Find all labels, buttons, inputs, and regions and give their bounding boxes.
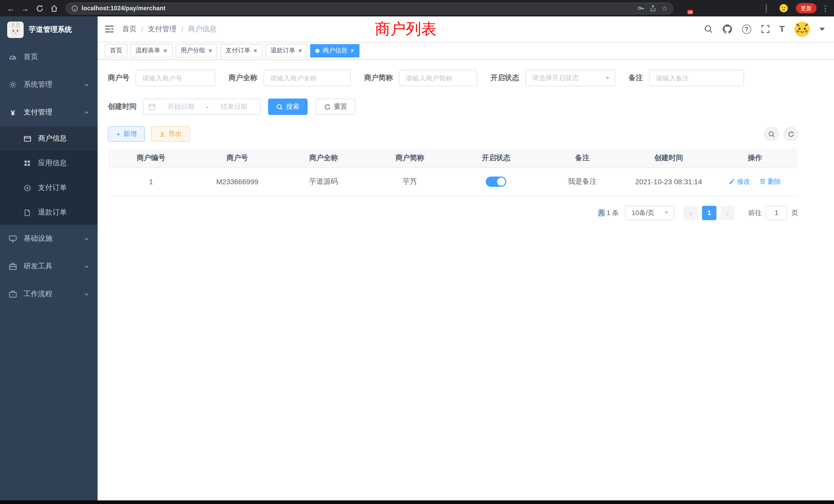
- tab-home[interactable]: 首页: [105, 44, 127, 57]
- status-select[interactable]: 请选择开启状态: [525, 70, 615, 86]
- col-merchant-id: 商户编号: [108, 149, 194, 167]
- next-page-button[interactable]: ›: [721, 206, 735, 220]
- close-icon[interactable]: ×: [351, 47, 354, 54]
- tab-pay-order[interactable]: 支付订单 ×: [220, 44, 262, 57]
- github-icon[interactable]: [722, 24, 732, 34]
- address-bar[interactable]: localhost:1024/pay/merchant ☆: [66, 2, 673, 14]
- date-range-picker[interactable]: 开始日期 - 结束日期: [143, 98, 261, 115]
- filter-label: 备注: [629, 73, 643, 83]
- reload-icon[interactable]: [34, 3, 45, 14]
- extension-green-square-icon[interactable]: [752, 4, 760, 12]
- close-icon[interactable]: ×: [299, 47, 302, 54]
- tab-process-form[interactable]: 流程表单 ×: [130, 44, 172, 57]
- forward-icon[interactable]: →: [20, 3, 31, 14]
- breadcrumb-pay-management[interactable]: 支付管理: [148, 24, 177, 33]
- close-icon[interactable]: ×: [163, 47, 167, 54]
- filter-remark: 备注: [629, 70, 744, 86]
- delete-button[interactable]: 删除: [760, 177, 781, 186]
- sidebar-item-pay-order[interactable]: 支付订单: [0, 176, 97, 200]
- refresh-table-icon[interactable]: [784, 127, 798, 141]
- pagination-goto: 前往 页: [748, 206, 798, 220]
- tab-label: 退款订单: [271, 46, 295, 55]
- url-text[interactable]: localhost:1024/pay/merchant: [82, 5, 166, 11]
- table-tools: [764, 127, 798, 141]
- filter-status: 开启状态 请选择开启状态: [490, 70, 615, 86]
- user-avatar[interactable]: [794, 21, 810, 37]
- grid-icon: [23, 160, 32, 167]
- extension-dark-icon[interactable]: [766, 4, 774, 12]
- page-size-select[interactable]: 10条/页: [625, 206, 674, 220]
- tab-merchant-info[interactable]: 商户信息 ×: [310, 44, 359, 57]
- sidebar-item-home[interactable]: 首页: [0, 43, 97, 71]
- back-icon[interactable]: ←: [5, 3, 17, 14]
- home-icon[interactable]: [48, 3, 60, 14]
- start-date-placeholder: 开始日期: [160, 102, 202, 111]
- close-icon[interactable]: ×: [253, 47, 257, 54]
- extension-drop-icon[interactable]: [696, 4, 705, 12]
- goto-page-input[interactable]: [766, 206, 787, 220]
- active-tab-dot: [315, 48, 320, 53]
- search-icon[interactable]: [704, 25, 712, 33]
- extension-green-circle-icon[interactable]: [738, 4, 746, 12]
- chrome-update-button[interactable]: 更新: [796, 3, 816, 13]
- close-icon[interactable]: ×: [208, 47, 212, 54]
- col-create-time: 创建时间: [626, 149, 712, 167]
- sidebar-item-label: 支付管理: [24, 108, 52, 117]
- fullscreen-icon[interactable]: [761, 25, 770, 33]
- extension-colorful-icon[interactable]: 10: [682, 4, 691, 12]
- remark-input[interactable]: [649, 70, 744, 86]
- sidebar-item-infrastructure[interactable]: 基础设施: [0, 225, 97, 253]
- page-number-button[interactable]: 1: [702, 206, 717, 220]
- edit-button[interactable]: 修改: [729, 177, 750, 187]
- sidebar-item-payment[interactable]: ¥ 支付管理: [0, 98, 97, 126]
- filter-row-1: 商户号 商户全称 商户简称 开启状态 请选择开启状态: [108, 70, 798, 86]
- sidebar-item-refund-order[interactable]: 退款订单: [0, 200, 97, 225]
- prev-page-button[interactable]: ‹: [683, 206, 698, 220]
- table-row: 1 M233666999 芋道源码 芋艿 我是备注 2021-10-23 08:…: [108, 167, 798, 196]
- breadcrumb-home[interactable]: 首页: [122, 24, 137, 33]
- extension-avatar-icon[interactable]: [724, 4, 732, 12]
- password-key-icon[interactable]: [638, 5, 645, 12]
- show-search-icon[interactable]: [764, 127, 778, 141]
- cell-short-name: 芋艿: [367, 167, 453, 196]
- tab-label: 用户分组: [180, 46, 205, 55]
- app-logo[interactable]: 芋道管理系统: [0, 17, 97, 43]
- page-unit-label: 页: [791, 208, 798, 217]
- tab-refund-order[interactable]: 退款订单 ×: [265, 44, 307, 57]
- help-icon[interactable]: ?: [742, 24, 751, 33]
- sidebar-item-dev-tools[interactable]: 研发工具: [0, 253, 97, 280]
- share-icon[interactable]: [650, 5, 657, 12]
- tab-user-group[interactable]: 用户分组 ×: [175, 44, 217, 57]
- sidebar-item-system[interactable]: 系统管理: [0, 71, 97, 98]
- app-title: 芋道管理系统: [29, 25, 72, 35]
- status-toggle[interactable]: [486, 177, 506, 187]
- browser-menu-icon[interactable]: ⋮: [822, 4, 829, 12]
- add-button[interactable]: + 新增: [108, 126, 145, 142]
- target-icon: [23, 184, 32, 192]
- extension-emoji-icon[interactable]: [780, 4, 788, 12]
- sidebar-toggle-icon[interactable]: [105, 25, 114, 33]
- merchant-name-input[interactable]: [263, 70, 351, 86]
- tab-label: 流程表单: [136, 46, 160, 55]
- breadcrumb-current: 商户信息: [188, 24, 217, 33]
- avatar-caret-icon[interactable]: [820, 27, 825, 30]
- extension-gray-icon[interactable]: [710, 4, 719, 12]
- dashboard-icon: [8, 53, 18, 61]
- filter-label: 商户全称: [228, 73, 257, 83]
- site-info-icon[interactable]: [71, 5, 78, 12]
- font-size-icon[interactable]: T: [779, 24, 785, 34]
- sidebar-item-merchant-info[interactable]: 商户信息: [0, 126, 97, 151]
- card-icon: [23, 135, 32, 142]
- merchant-short-name-input[interactable]: [399, 70, 477, 86]
- export-button[interactable]: 导出: [151, 126, 190, 142]
- sidebar-item-label: 系统管理: [24, 80, 52, 89]
- reset-button[interactable]: 重置: [316, 98, 355, 115]
- logo-avatar: [7, 22, 24, 38]
- search-button[interactable]: 搜索: [268, 98, 308, 115]
- sidebar-item-workflow[interactable]: 工作流程: [0, 280, 97, 308]
- merchant-no-input[interactable]: [136, 70, 215, 86]
- merchant-table: 商户编号 商户号 商户全称 商户简称 开启状态 备注 创建时间 操作 1: [108, 149, 798, 196]
- chevron-down-icon: [84, 236, 89, 242]
- sidebar-item-app-info[interactable]: 应用信息: [0, 151, 97, 176]
- bookmark-star-icon[interactable]: ☆: [662, 5, 667, 12]
